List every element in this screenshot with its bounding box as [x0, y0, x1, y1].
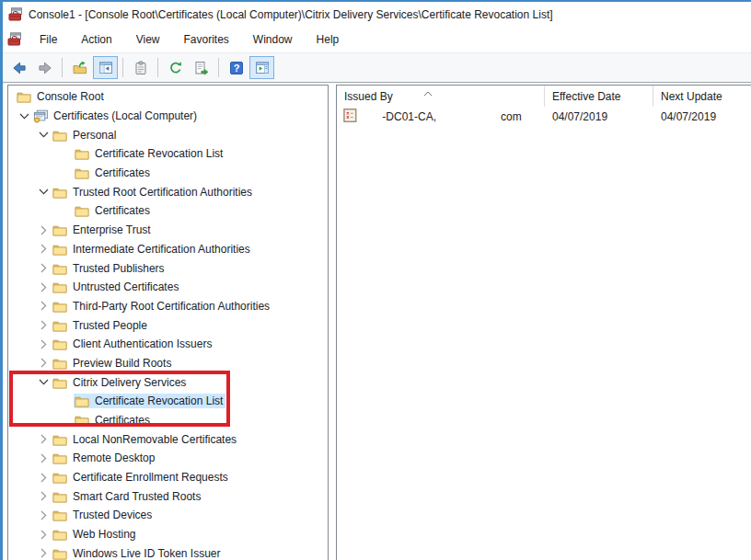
tree-item-trusted-publishers[interactable]: Trusted Publishers	[8, 258, 328, 278]
chevron-right-icon[interactable]	[35, 469, 52, 486]
tree-item-untrusted-certificates[interactable]: Untrusted Certificates	[8, 278, 328, 297]
tree-item-citrix-delivery-services[interactable]: Citrix Delivery Services	[8, 372, 328, 392]
tree-item-personal[interactable]: Personal	[8, 125, 328, 144]
menu-file[interactable]: File	[28, 29, 69, 51]
tree-item-certificates[interactable]: Certificates	[8, 411, 328, 430]
tree-item-certificate-revocation-list[interactable]: Certificate Revocation List	[8, 144, 328, 164]
tree-item-certificates[interactable]: Certificates	[8, 201, 328, 221]
back-button[interactable]	[6, 56, 31, 79]
properties-button[interactable]	[128, 56, 153, 79]
chevron-right-icon[interactable]	[35, 488, 52, 505]
chevron-right-icon[interactable]	[35, 526, 52, 543]
tree-item-intermediate-certification-authorities[interactable]: Intermediate Certification Authorities	[8, 240, 328, 259]
mmc-console-icon	[8, 7, 23, 22]
issued-by-value: -DC01-CA, com	[361, 110, 522, 123]
folder-icon	[52, 509, 69, 521]
chevron-right-icon[interactable]	[35, 298, 52, 314]
back-icon	[12, 61, 27, 75]
window-title: Console1 - [Console Root\Certificates (L…	[29, 8, 553, 21]
tree-item-local-nonremovable-certificates[interactable]: Local NonRemovable Certificates	[8, 429, 328, 449]
tree-item-certificate-enrollment-requests[interactable]: Certificate Enrollment Requests	[8, 468, 328, 487]
child-window-icon	[7, 32, 24, 47]
up-one-level-button[interactable]	[67, 56, 92, 79]
folder-icon	[52, 376, 69, 389]
column-header-effective-date[interactable]: Effective Date	[545, 86, 653, 107]
help-button[interactable]: ?	[224, 56, 248, 79]
chevron-down-icon[interactable]	[35, 374, 52, 391]
menu-favorites[interactable]: Favorites	[172, 29, 241, 51]
tree-item-trusted-devices[interactable]: Trusted Devices	[8, 506, 328, 525]
properties-icon	[133, 61, 148, 75]
help-icon: ?	[229, 61, 244, 75]
export-list-button[interactable]	[189, 56, 214, 79]
toolbar: ?	[3, 52, 751, 83]
menu-action[interactable]: Action	[69, 29, 123, 51]
folder-icon	[52, 357, 69, 370]
column-header-label: Effective Date	[552, 90, 620, 103]
tree-item-certificates[interactable]: Certificates	[8, 164, 328, 183]
column-header-issued-by[interactable]: Issued By	[337, 86, 545, 107]
tree-item-enterprise-trust[interactable]: Enterprise Trust	[8, 221, 328, 240]
tree-item-client-authentication-issuers[interactable]: Client Authentication Issuers	[8, 335, 328, 354]
certificates-snapin-icon	[33, 109, 50, 123]
toolbar-separator	[218, 58, 219, 77]
tree-item-label: Client Authentication Issuers	[73, 337, 212, 350]
refresh-button[interactable]	[163, 56, 188, 79]
folder-icon	[52, 490, 69, 503]
chevron-right-icon[interactable]	[35, 260, 52, 277]
toolbar-separator	[157, 58, 158, 77]
chevron-placeholder	[57, 202, 74, 219]
tree-item-web-hosting[interactable]: Web Hosting	[8, 525, 328, 544]
folder-icon	[52, 547, 69, 560]
tree-item-label: Remote Desktop	[73, 451, 155, 464]
chevron-right-icon[interactable]	[35, 507, 52, 523]
issued-by-cell: -DC01-CA, com	[337, 109, 545, 125]
tree-item-remote-desktop[interactable]: Remote Desktop	[8, 449, 328, 468]
menu-help[interactable]: Help	[305, 29, 352, 51]
show-console-tree-button[interactable]	[93, 56, 118, 79]
chevron-right-icon[interactable]	[35, 241, 52, 257]
chevron-right-icon[interactable]	[35, 355, 52, 371]
folder-icon	[52, 451, 69, 464]
chevron-down-icon[interactable]	[35, 127, 52, 143]
tree-item-label: Certificate Revocation List	[95, 394, 223, 407]
show-console-tree-icon	[98, 61, 113, 75]
tree-item-preview-build-roots[interactable]: Preview Build Roots	[8, 354, 328, 373]
chevron-right-icon[interactable]	[35, 545, 52, 560]
folder-icon	[52, 433, 69, 446]
chevron-down-icon[interactable]	[16, 108, 32, 124]
tree-item-console-root[interactable]: Console Root	[8, 87, 328, 107]
content-area: Console RootCertificates (Local Computer…	[3, 83, 751, 560]
tree-item-label: Certificates	[95, 414, 150, 427]
console-tree-pane: Console RootCertificates (Local Computer…	[7, 85, 329, 560]
tree-item-trusted-people[interactable]: Trusted People	[8, 315, 328, 335]
tree-item-smart-card-trusted-roots[interactable]: Smart Card Trusted Roots	[8, 486, 328, 506]
forward-button[interactable]	[32, 56, 57, 79]
svg-text:?: ?	[233, 63, 239, 74]
tree-item-label: Trusted Publishers	[73, 262, 165, 275]
chevron-right-icon[interactable]	[35, 279, 52, 295]
show-action-pane-button[interactable]	[249, 56, 274, 79]
menu-view[interactable]: View	[124, 29, 172, 51]
tree-item-certificate-revocation-list[interactable]: Certificate Revocation List	[8, 392, 328, 411]
menu-window[interactable]: Window	[241, 29, 305, 51]
tree-item-certificates-local-computer[interactable]: Certificates (Local Computer)	[8, 107, 328, 126]
folder-icon	[75, 204, 91, 217]
tree-item-label: Trusted Root Certification Authorities	[73, 186, 252, 199]
tree-item-trusted-root-certification-authorities[interactable]: Trusted Root Certification Authorities	[8, 182, 328, 201]
chevron-down-icon[interactable]	[35, 184, 52, 200]
crl-list-row[interactable]: -DC01-CA, com 04/07/2019 04/07/2019	[337, 107, 751, 126]
chevron-right-icon[interactable]	[35, 431, 52, 448]
export-list-icon	[194, 61, 209, 75]
chevron-placeholder	[57, 412, 74, 429]
title-bar: Console1 - [Console Root\Certificates (L…	[3, 2, 751, 27]
chevron-right-icon[interactable]	[35, 222, 52, 238]
folder-icon	[52, 319, 69, 332]
tree-item-windows-live-id-token-issuer[interactable]: Windows Live ID Token Issuer	[8, 544, 328, 560]
column-header-next-update[interactable]: Next Update	[653, 86, 751, 107]
tree-item-label: Certificates	[95, 166, 150, 179]
chevron-right-icon[interactable]	[35, 336, 52, 352]
chevron-right-icon[interactable]	[35, 317, 52, 334]
tree-item-third-party-root-certification-authorities[interactable]: Third-Party Root Certification Authoriti…	[8, 297, 328, 316]
chevron-right-icon[interactable]	[35, 450, 52, 466]
